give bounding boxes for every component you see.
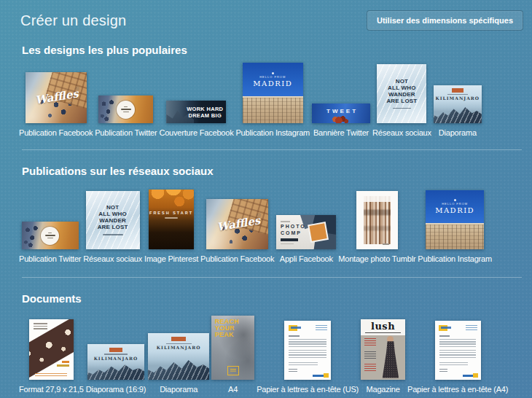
design-thumbnail-fb_cover[interactable]: WORK HARDDREAM BIG (166, 101, 226, 123)
thumb-art (364, 351, 376, 359)
section-divider (22, 277, 522, 278)
thumb-art (171, 337, 186, 341)
thumb-art (109, 348, 123, 352)
thumb-art (393, 108, 412, 109)
design-card-label: Réseaux sociaux (83, 254, 142, 263)
design-card-twitter_banner[interactable]: TWEETBannière Twitter (312, 104, 370, 137)
design-thumbnail-letterhead[interactable] (435, 321, 481, 380)
design-card-label: Diaporama (160, 385, 197, 394)
design-thumbnail-wander[interactable]: NOTALL WHOWANDERARE LOST (86, 191, 140, 249)
thumb-art (439, 339, 476, 347)
design-card-waffles[interactable]: WafflesPublication Facebook (200, 199, 274, 263)
waffles-script-text: Waffles (207, 212, 268, 235)
design-card-pinterest[interactable]: FRESH STARTImage Pinterest (144, 190, 198, 263)
design-thumbnail-kilimanjaro[interactable]: KILIMANJARO (148, 333, 209, 380)
design-thumbnail-twitter_banner[interactable]: TWEET (312, 104, 370, 123)
thumb-art (227, 366, 239, 375)
design-card-label: Bannière Twitter (313, 128, 369, 137)
design-card-tumblr[interactable]: Montage photo Tumblr (338, 191, 415, 263)
design-card-label: Réseaux sociaux (372, 128, 431, 137)
design-thumbnail-madrid[interactable]: HELLO FROMMADRID (243, 63, 303, 123)
thumb-art (289, 335, 299, 337)
photo-strips-art (364, 196, 390, 244)
thumb-art (316, 325, 327, 332)
section-title: Documents (0, 292, 532, 305)
design-thumbnail-waffles[interactable]: Waffles (206, 199, 268, 249)
magazine-masthead: lush (361, 319, 405, 335)
design-thumbnail-kilimanjaro[interactable]: KILIMANJARO (87, 344, 144, 380)
waffles-script-text: Waffles (26, 86, 86, 109)
design-thumbnail-twitter_post[interactable] (22, 222, 79, 249)
design-card-letterhead[interactable]: Papier à lettres à en-tête (A4) (407, 321, 508, 394)
thumb-art (447, 94, 468, 95)
design-thumbnail-a4_peak[interactable]: REACHYOURPEAK (211, 316, 254, 380)
design-card-magazine[interactable]: lushMagazine (361, 319, 405, 394)
design-card-label: A4 (228, 385, 238, 394)
madrid-kicker-text: HELLO FROM (442, 202, 468, 206)
letterhead-logo (289, 325, 297, 331)
design-card-label: Format 27,9 x 21,5 (19, 385, 84, 394)
design-thumbnail-waffles[interactable]: Waffles (26, 72, 87, 123)
thumb-art (289, 369, 297, 372)
thumb-art (57, 364, 69, 367)
design-thumbnail-letterhead[interactable] (284, 321, 331, 380)
thumb-art (387, 336, 394, 343)
design-card-kilimanjaro[interactable]: KILIMANJARODiaporama (434, 85, 482, 137)
thumb-art (47, 238, 53, 239)
design-card-wander[interactable]: NOTALL WHOWANDERARE LOSTRéseaux sociaux (83, 191, 142, 263)
design-thumbnail-tumblr[interactable] (356, 191, 398, 249)
thumb-art (313, 375, 324, 377)
design-thumbnail-flyer[interactable] (29, 319, 74, 380)
madrid-facade (426, 223, 484, 249)
design-card-kilimanjaro[interactable]: KILIMANJARODiaporama (148, 333, 209, 394)
design-thumbnail-kilimanjaro[interactable]: KILIMANJARO (434, 85, 482, 123)
design-thumbnail-magazine[interactable]: lush (361, 319, 405, 380)
thumb-art (289, 350, 326, 360)
letterhead-logo (439, 325, 447, 331)
design-card-waffles[interactable]: WafflesPublication Facebook (19, 72, 93, 137)
mountain-art (434, 105, 482, 123)
thumb-art (289, 339, 326, 347)
circle-badge (41, 227, 59, 245)
design-card-wander[interactable]: NOTALL WHOWANDERARE LOSTRéseaux sociaux (372, 64, 431, 137)
section-1: Les designs les plus populairesWafflesPu… (0, 44, 532, 137)
design-card-madrid[interactable]: HELLO FROMMADRIDPublication Instagram (235, 63, 310, 137)
thumb-art (166, 343, 192, 345)
design-card-fb_cover[interactable]: WORK HARDDREAM BIGCouverture Facebook (159, 101, 233, 137)
design-card-flyer[interactable]: Format 27,9 x 21,5 (19, 319, 84, 394)
design-card-label: Magazine (367, 385, 400, 394)
design-card-label: Diaporama (16:9) (86, 385, 146, 394)
design-thumbnail-twitter_post[interactable] (98, 95, 153, 123)
design-thumbnail-pinterest[interactable]: FRESH START (149, 190, 194, 249)
madrid-title-text: MADRID (253, 79, 292, 87)
thumb-art (365, 332, 401, 333)
design-card-madrid[interactable]: HELLO FROMMADRIDPublication Instagram (418, 190, 492, 263)
thumb-art (324, 373, 329, 378)
thumb-art (103, 234, 123, 235)
thumb-art (466, 325, 477, 332)
design-card-label: Diaporama (439, 128, 477, 137)
floral-band-art (29, 319, 74, 378)
design-thumbnail-madrid[interactable]: HELLO FROMMADRID (426, 190, 484, 249)
thumb-art (123, 112, 129, 113)
design-card-label: Montage photo Tumblr (338, 254, 415, 263)
design-card-fb_app[interactable]: PHOTOCOMPAppli Facebook (276, 215, 336, 263)
thumb-art (439, 362, 468, 367)
design-card-label: Couverture Facebook (159, 128, 233, 137)
design-card-letterhead[interactable]: Papier à lettres à en-tête (US) (257, 321, 359, 394)
thumb-art (104, 354, 128, 355)
thumb-art (463, 375, 474, 377)
section-title: Publications sur les réseaux sociaux (0, 165, 532, 177)
section-divider (22, 149, 522, 150)
design-card-twitter_post[interactable]: Publication Twitter (95, 95, 157, 137)
design-card-kilimanjaro[interactable]: KILIMANJARODiaporama (16:9) (86, 344, 146, 394)
thumb-art (309, 223, 327, 241)
design-thumbnail-wander[interactable]: NOTALL WHOWANDERARE LOST (377, 64, 426, 123)
thumb-art (281, 243, 294, 245)
kilimanjaro-title-text: KILIMANJARO (157, 345, 201, 350)
design-thumbnail-fb_app[interactable]: PHOTOCOMP (276, 215, 336, 249)
custom-dimensions-button[interactable]: Utiliser des dimensions spécifiques (367, 10, 523, 31)
madrid-facade (243, 96, 303, 123)
design-card-a4_peak[interactable]: REACHYOURPEAKA4 (211, 316, 254, 394)
design-card-twitter_post[interactable]: Publication Twitter (19, 222, 81, 263)
